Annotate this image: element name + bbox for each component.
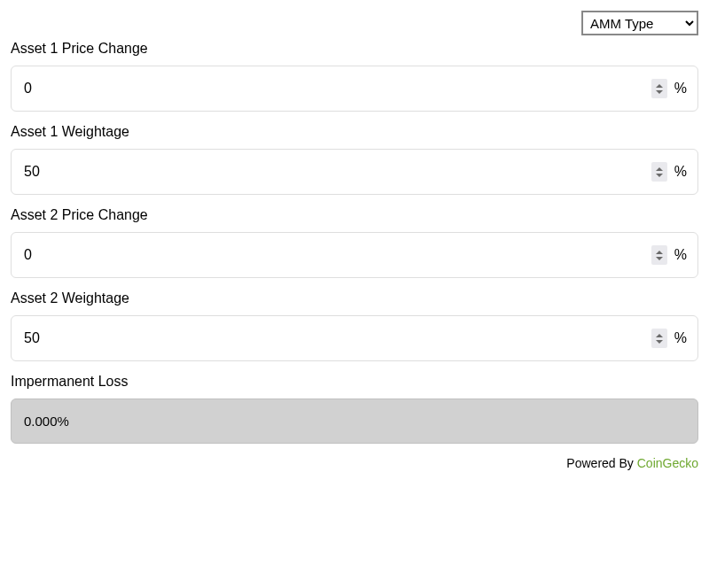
coingecko-link[interactable]: CoinGecko: [637, 456, 698, 470]
chevron-up-icon: [656, 167, 663, 171]
asset2-price-change-value: 0: [22, 247, 648, 263]
asset2-weightage-input[interactable]: 50 %: [11, 315, 698, 361]
chevron-down-icon: [656, 257, 663, 260]
asset2-price-change-stepper[interactable]: [651, 245, 667, 265]
asset2-weightage-value: 50: [22, 330, 648, 346]
percent-suffix: %: [674, 81, 687, 97]
percent-suffix: %: [674, 330, 687, 346]
asset2-price-change-label: Asset 2 Price Change: [11, 207, 698, 223]
asset1-weightage-input[interactable]: 50 %: [11, 149, 698, 195]
asset1-weightage-stepper[interactable]: [651, 162, 667, 182]
impermanent-loss-value: 0.000%: [24, 414, 69, 429]
chevron-up-icon: [656, 334, 663, 337]
impermanent-loss-group: Impermanent Loss 0.000%: [11, 374, 698, 444]
footer: Powered By CoinGecko: [11, 456, 698, 470]
asset2-price-change-group: Asset 2 Price Change 0 %: [11, 207, 698, 278]
asset1-weightage-group: Asset 1 Weightage 50 %: [11, 124, 698, 195]
asset1-price-change-input[interactable]: 0 %: [11, 66, 698, 112]
asset1-price-change-label: Asset 1 Price Change: [11, 41, 698, 57]
asset2-weightage-group: Asset 2 Weightage 50 %: [11, 290, 698, 361]
asset2-price-change-input[interactable]: 0 %: [11, 232, 698, 278]
chevron-up-icon: [656, 251, 663, 254]
top-bar: AMM Type: [11, 11, 698, 35]
impermanent-loss-output: 0.000%: [11, 398, 698, 444]
asset1-price-change-group: Asset 1 Price Change 0 %: [11, 41, 698, 112]
asset1-weightage-value: 50: [22, 164, 648, 180]
chevron-down-icon: [656, 174, 663, 177]
chevron-down-icon: [656, 340, 663, 344]
asset2-weightage-stepper[interactable]: [651, 329, 667, 348]
chevron-down-icon: [656, 90, 663, 94]
chevron-up-icon: [656, 84, 663, 88]
impermanent-loss-label: Impermanent Loss: [11, 374, 698, 390]
asset2-weightage-label: Asset 2 Weightage: [11, 290, 698, 306]
amm-type-select[interactable]: AMM Type: [581, 11, 698, 35]
asset1-price-change-value: 0: [22, 81, 648, 97]
footer-text: Powered By: [566, 456, 636, 470]
percent-suffix: %: [674, 247, 687, 263]
percent-suffix: %: [674, 164, 687, 180]
asset1-weightage-label: Asset 1 Weightage: [11, 124, 698, 140]
asset1-price-change-stepper[interactable]: [651, 79, 667, 98]
